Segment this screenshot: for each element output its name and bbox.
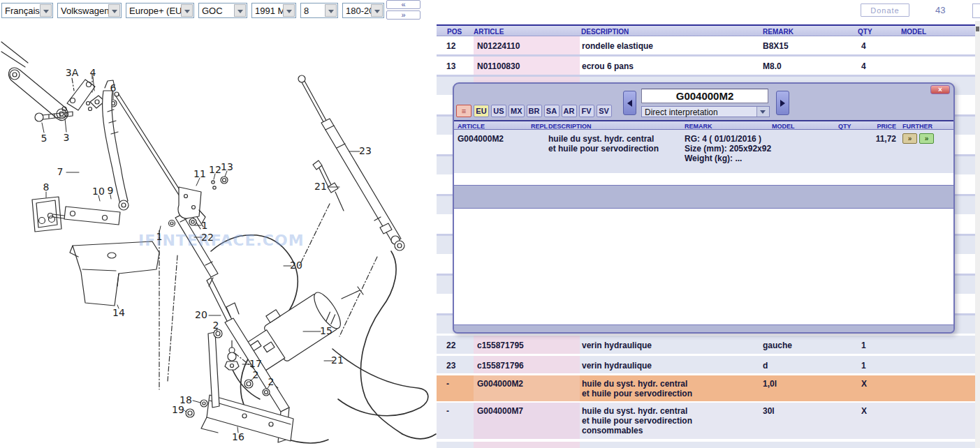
- article-number: G004000M2: [474, 375, 580, 389]
- tab-menu[interactable]: ≡: [456, 105, 471, 117]
- close-button[interactable]: ×: [930, 85, 950, 94]
- diagram-label-13: 13: [221, 161, 233, 172]
- dropdown-arrow-icon[interactable]: [234, 4, 246, 17]
- table-row[interactable]: [437, 442, 975, 448]
- description-cell: huile du syst. hydr. centralet huile pou…: [582, 379, 692, 398]
- diagram-label-9: 9: [108, 185, 114, 196]
- scrollbar-thumb[interactable]: [976, 27, 979, 31]
- scrollbar[interactable]: [975, 21, 980, 448]
- further-button-1[interactable]: »: [902, 133, 917, 144]
- next-button[interactable]: »: [386, 10, 420, 20]
- vehicle-select-2[interactable]: Europe+ (EU): [126, 3, 194, 18]
- popup-band: [454, 185, 953, 209]
- article-number: c155871795: [474, 336, 580, 350]
- table-row[interactable]: N0110083013ecrou 6 pansM8.04: [437, 57, 975, 77]
- diagram-label-5: 5: [41, 133, 47, 144]
- diagram-label-16: 16: [232, 431, 244, 442]
- result-count: 43: [935, 5, 945, 15]
- tab-fv[interactable]: FV: [579, 105, 594, 117]
- vehicle-select-0[interactable]: Français: [1, 3, 53, 18]
- col-qty: QTY: [858, 28, 872, 36]
- pos-cell: -: [446, 379, 449, 389]
- article-cell[interactable]: N01224110: [474, 36, 580, 54]
- qty-cell: X: [861, 406, 867, 416]
- select-value: Français: [5, 6, 40, 16]
- diagram-label-21: 21: [314, 181, 327, 192]
- tab-us[interactable]: US: [491, 105, 506, 117]
- diagram-label-2: 2: [213, 320, 219, 331]
- dropdown-arrow-icon[interactable]: [181, 4, 193, 17]
- diagram-label-17: 17: [249, 358, 262, 369]
- diagram-label-6: 6: [110, 82, 117, 94]
- col-article: ARTICLE: [474, 28, 504, 36]
- article-cell[interactable]: c155871796: [474, 356, 580, 373]
- dropdown-arrow-icon[interactable]: [325, 4, 337, 17]
- tab-ar[interactable]: AR: [562, 105, 577, 117]
- tab-sv[interactable]: SV: [597, 105, 612, 117]
- pcol-further: FURTHER: [902, 123, 933, 130]
- vehicle-select-5[interactable]: 8: [300, 3, 338, 18]
- remark-cell: M8.0: [763, 61, 782, 71]
- dropdown-arrow-icon[interactable]: [371, 4, 383, 17]
- tab-br[interactable]: BR: [527, 105, 542, 117]
- watermark: IFINTERFACE.COM: [138, 232, 305, 249]
- table-header: POS ARTICLE DESCRIPTION REMARK QTY MODEL: [437, 24, 975, 36]
- dropdown-arrow-icon[interactable]: [108, 4, 120, 17]
- donate-button[interactable]: Donate: [861, 3, 909, 17]
- remark-cell: 30l: [763, 406, 775, 416]
- popup-footer: [454, 324, 953, 332]
- interpretation-select[interactable]: Direct interpretation: [641, 106, 770, 117]
- further-button-2[interactable]: »: [919, 133, 934, 144]
- result-article: G004000M2: [458, 134, 504, 144]
- pos-cell: 22: [446, 341, 455, 350]
- right-arrow-icon: [780, 100, 785, 107]
- previous-button[interactable]: «: [386, 0, 420, 9]
- select-value: 1991 M: [255, 6, 283, 16]
- vehicle-select-6[interactable]: 180-20: [342, 3, 384, 18]
- pos-cell: 12: [446, 41, 455, 51]
- diagram-label-3: 3: [64, 132, 70, 143]
- table-row[interactable]: c15587179522verin hydrauliquegauche1: [437, 336, 975, 356]
- diagram-label-19: 19: [172, 404, 184, 415]
- diagram-label-20: 20: [195, 309, 207, 320]
- popup-content-area: [454, 209, 953, 324]
- diagram-label-3A: 3A: [66, 67, 78, 78]
- article-cell[interactable]: G004000M2: [474, 375, 580, 401]
- table-row[interactable]: G004000M7-huile du syst. hydr. centralet…: [437, 403, 975, 440]
- article-search-input[interactable]: [641, 89, 768, 103]
- description-cell: huile du syst. hydr. centralet huile pou…: [582, 406, 692, 435]
- article-cell[interactable]: G004000M7: [474, 403, 580, 439]
- select-value: 8: [304, 6, 309, 16]
- partial-edge-button[interactable]: [972, 3, 980, 18]
- result-remark: RG: 4 ( 01/01/2016 )Size (mm): 205x92x92…: [685, 134, 771, 163]
- prev-article-button[interactable]: [623, 91, 636, 115]
- select-value: 180-20: [346, 6, 371, 16]
- article-cell[interactable]: N01100830: [474, 57, 580, 75]
- table-row[interactable]: G004000M2-huile du syst. hydr. centralet…: [437, 375, 975, 403]
- diagram-label-23: 23: [359, 145, 372, 156]
- select-value: Volkswagen: [61, 6, 108, 16]
- pcol-price: PRICE: [454, 123, 896, 130]
- article-cell[interactable]: [474, 442, 580, 448]
- description-cell: rondelle elastique: [582, 41, 653, 51]
- pos-cell: 23: [446, 361, 455, 371]
- dropdown-arrow-icon[interactable]: [283, 4, 295, 17]
- article-cell[interactable]: c155871795: [474, 336, 580, 354]
- dropdown-arrow-icon[interactable]: [40, 4, 52, 17]
- tab-mx[interactable]: MX: [509, 105, 525, 117]
- pos-cell: -: [446, 406, 449, 416]
- table-row[interactable]: N0122411012rondelle elastiqueB8X154: [437, 36, 975, 57]
- vehicle-select-1[interactable]: Volkswagen: [57, 3, 122, 18]
- tab-eu[interactable]: EU: [474, 105, 489, 117]
- diagram-label-7: 7: [57, 166, 64, 177]
- article-number: N01100830: [474, 57, 580, 71]
- tab-sa[interactable]: SA: [544, 105, 560, 117]
- next-article-button[interactable]: [776, 91, 789, 115]
- popup-white-strip: [454, 173, 953, 185]
- result-price: 11,72: [876, 134, 896, 144]
- pager: « »: [386, 0, 420, 21]
- vehicle-select-3[interactable]: GOC: [198, 3, 247, 18]
- vehicle-select-4[interactable]: 1991 M: [251, 3, 296, 18]
- interpretation-value: Direct interpretation: [645, 107, 718, 117]
- table-row[interactable]: c15587179623verin hydrauliqued1: [437, 356, 975, 375]
